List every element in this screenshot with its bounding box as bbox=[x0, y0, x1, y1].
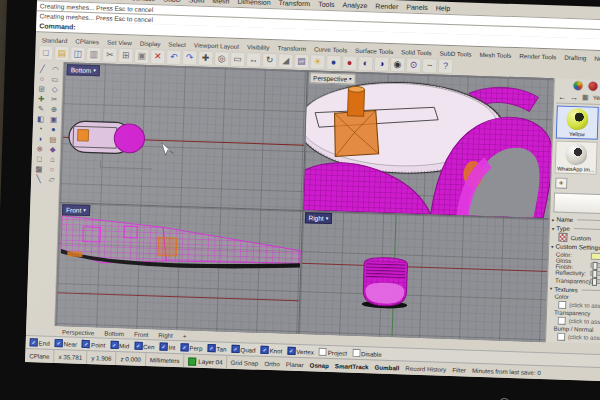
slider-thumb[interactable] bbox=[592, 278, 597, 286]
texture-checkbox[interactable] bbox=[557, 333, 565, 341]
viewport-bottom[interactable]: Bottom ▾ bbox=[60, 63, 306, 210]
plane-icon[interactable]: ▱ bbox=[45, 174, 58, 184]
osnap-option[interactable]: ✓ Cen bbox=[134, 342, 155, 351]
home-icon[interactable]: ⌂ bbox=[46, 154, 59, 164]
viewport-title-front[interactable]: Front ▾ bbox=[62, 204, 90, 216]
status-toggle[interactable]: Filter bbox=[449, 366, 469, 374]
new-file-icon[interactable]: □ bbox=[38, 45, 53, 60]
slider-thumb[interactable] bbox=[592, 261, 597, 269]
bottom-viewport-canvas[interactable] bbox=[60, 63, 306, 210]
sphere-icon[interactable]: ● bbox=[47, 124, 60, 134]
select-icon[interactable]: ▭ bbox=[230, 52, 245, 67]
status-toggle[interactable]: Minutes from last save: 0 bbox=[469, 367, 544, 376]
menu-item[interactable]: Curve bbox=[104, 0, 123, 1]
orange-strip[interactable] bbox=[67, 251, 82, 257]
reflectivity-slider[interactable] bbox=[590, 271, 600, 277]
toolbar-tab[interactable]: New in V7 bbox=[594, 55, 600, 63]
delete-icon[interactable]: ✕ bbox=[150, 49, 165, 64]
layers-icon[interactable]: ▤ bbox=[294, 54, 309, 69]
scale-icon[interactable]: ◢ bbox=[278, 53, 293, 68]
active-layer-cell[interactable]: Layer 04 bbox=[184, 354, 228, 368]
toolbar-tab[interactable]: Surface Tools bbox=[355, 47, 393, 55]
viewport-tab[interactable]: Right bbox=[158, 331, 173, 338]
toolbar-tab[interactable]: Viewport Layout bbox=[194, 41, 239, 49]
forward-arrow-icon[interactable]: → bbox=[570, 93, 578, 102]
menu-item[interactable]: Tools bbox=[318, 0, 335, 8]
arc-icon[interactable]: ◠ bbox=[49, 64, 62, 74]
toolbar-tab[interactable]: Set View bbox=[107, 39, 132, 47]
mesh-icon[interactable]: ▦ bbox=[32, 163, 45, 173]
menu-item[interactable]: Analyze bbox=[342, 1, 367, 9]
osnap-checkbox[interactable]: ✓ bbox=[159, 342, 167, 350]
light-icon[interactable]: ☀ bbox=[310, 54, 325, 69]
viewport-tab[interactable]: Perspective bbox=[62, 328, 95, 336]
add-icon[interactable]: ✚ bbox=[35, 93, 48, 103]
status-toggle[interactable]: Ortho bbox=[261, 360, 283, 368]
viewport-title-bottom[interactable]: Bottom ▾ bbox=[67, 64, 100, 76]
status-toggle[interactable]: Gumball bbox=[371, 363, 402, 371]
osnap-checkbox[interactable]: ✓ bbox=[260, 346, 268, 354]
material-thumbnail[interactable]: WhatsApp Im... bbox=[555, 140, 598, 174]
render-icon[interactable]: ◉ bbox=[390, 57, 405, 72]
save-icon[interactable]: ◫ bbox=[70, 46, 85, 61]
gloss-slider[interactable] bbox=[591, 262, 600, 268]
status-toggle[interactable]: Osnap bbox=[307, 361, 332, 369]
print-icon[interactable]: ▥ bbox=[86, 47, 101, 62]
copy-icon[interactable]: ⊞ bbox=[118, 48, 133, 63]
viewport-front[interactable]: Front ▾ bbox=[56, 203, 301, 334]
front-viewport-canvas[interactable] bbox=[56, 203, 301, 334]
toolbar-tab[interactable]: Standard bbox=[42, 36, 68, 44]
sphere-red-icon[interactable]: ● bbox=[342, 55, 357, 70]
globe-icon[interactable]: ◑ bbox=[374, 56, 389, 71]
line2-icon[interactable]: ╲ bbox=[32, 173, 45, 183]
material-filter-icon[interactable]: ▦ bbox=[582, 94, 589, 102]
osnap-option[interactable]: ✓ End bbox=[30, 338, 50, 347]
osnap-checkbox[interactable]: ✓ bbox=[207, 344, 215, 352]
magenta-cylinder-top-view[interactable] bbox=[114, 123, 145, 153]
sphere-blue-icon[interactable]: ● bbox=[326, 55, 341, 70]
status-toggle[interactable]: Grid Snap bbox=[227, 359, 261, 367]
back-arrow-icon[interactable]: ← bbox=[558, 92, 566, 101]
transparency-slider[interactable] bbox=[590, 279, 600, 285]
orange-box-top-view[interactable] bbox=[78, 129, 89, 141]
orange-box-side-view[interactable] bbox=[158, 238, 177, 256]
cut-icon[interactable]: ✂ bbox=[102, 47, 117, 62]
hull-mesh-side-left[interactable] bbox=[61, 216, 168, 265]
menu-item[interactable]: Surface bbox=[131, 0, 155, 2]
surface-icon[interactable]: ▣ bbox=[47, 114, 60, 124]
redo-icon[interactable]: ↷ bbox=[182, 50, 197, 65]
osnap-checkbox[interactable]: ✓ bbox=[55, 339, 63, 347]
open-folder-icon[interactable]: ▤ bbox=[54, 46, 69, 61]
osnap-option[interactable]: ✓ Project bbox=[319, 348, 348, 357]
dot-icon[interactable]: ○ bbox=[45, 164, 58, 174]
right-viewport-canvas[interactable] bbox=[299, 211, 549, 342]
pan-icon[interactable]: ✚ bbox=[198, 51, 213, 66]
earth-icon[interactable]: ◐ bbox=[358, 56, 373, 71]
toolbar-tab[interactable]: Display bbox=[140, 40, 161, 48]
osnap-checkbox[interactable]: ✓ bbox=[110, 341, 118, 349]
osnap-checkbox[interactable]: ✓ bbox=[30, 338, 38, 346]
toolbar-tab[interactable]: Render Tools bbox=[519, 52, 556, 60]
box-icon[interactable]: □ bbox=[33, 153, 46, 163]
offset-icon[interactable]: ⊕ bbox=[47, 104, 60, 114]
zoom-icon[interactable]: ◎ bbox=[214, 51, 229, 66]
sweep-icon[interactable]: ◔ bbox=[34, 123, 47, 133]
osnap-checkbox[interactable]: ✓ bbox=[180, 343, 188, 351]
materials-tab-icon[interactable] bbox=[588, 82, 597, 91]
curve-icon[interactable]: ~ bbox=[422, 58, 437, 73]
toolbar-tab[interactable]: Drafting bbox=[564, 54, 586, 62]
polygon-icon[interactable]: ◇ bbox=[48, 84, 61, 94]
perspective-viewport-canvas[interactable] bbox=[303, 71, 554, 218]
menu-item[interactable]: Render bbox=[375, 2, 398, 10]
grid-icon[interactable]: ⊞ bbox=[35, 83, 48, 93]
osnap-option[interactable]: ✓ Int bbox=[159, 342, 175, 351]
add-viewport-tab-button[interactable]: + bbox=[183, 332, 187, 339]
status-toggle[interactable]: SmartTrack bbox=[332, 362, 372, 370]
move-icon[interactable]: ↔ bbox=[246, 52, 261, 67]
osnap-checkbox[interactable]: ✓ bbox=[352, 349, 360, 357]
cplane-indicator[interactable]: CPlane bbox=[25, 349, 55, 363]
undo-icon[interactable]: ↶ bbox=[166, 50, 181, 65]
gem-icon[interactable]: ◆ bbox=[46, 144, 59, 154]
viewport-perspective[interactable]: Perspective ▾ bbox=[303, 71, 554, 218]
viewport-title-perspective[interactable]: Perspective ▾ bbox=[309, 72, 356, 85]
